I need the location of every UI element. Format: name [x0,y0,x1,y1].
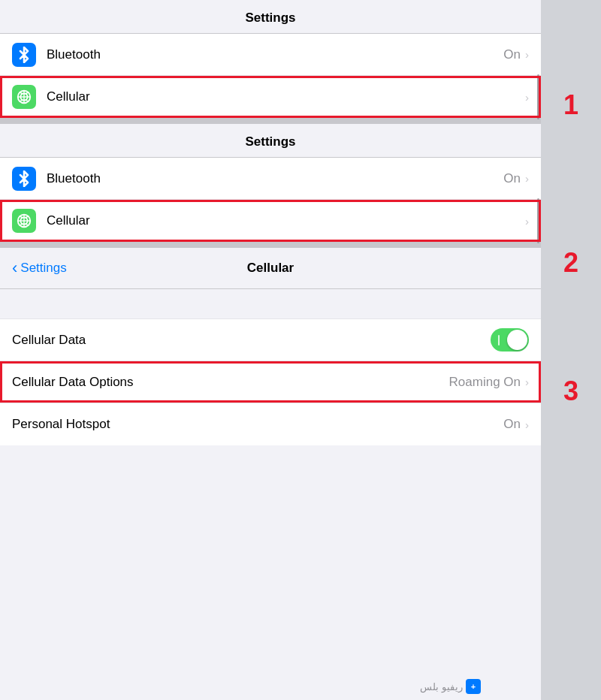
cellular-data-options-chevron: › [525,376,529,388]
cellular-page-title: Cellular [247,261,294,276]
personal-hotspot-chevron: › [525,418,529,431]
cellular-label-2: Cellular [47,213,525,228]
cellular-list: Cellular Data Cellular Data Options Roam… [0,319,541,445]
cellular-label-1: Cellular [47,89,525,104]
back-chevron-icon: ‹ [12,258,17,278]
toggle-knob [507,330,527,350]
settings-list-1: Bluetooth On › Cellular [0,34,541,118]
panel-1: Settings Bluetooth On › [0,0,541,118]
step-number-2: 2 [541,165,601,330]
cellular-data-label: Cellular Data [12,333,491,348]
personal-hotspot-value: On [503,417,521,432]
settings-header-1: Settings [0,0,541,34]
bluetooth-chevron-1: › [525,48,529,61]
panel-2: Settings Bluetooth On › [0,124,541,242]
cellular-row-1[interactable]: Cellular › [0,76,541,118]
back-button[interactable]: ‹ Settings [12,258,67,278]
bluetooth-icon-2 [12,167,36,191]
personal-hotspot-label: Personal Hotspot [12,417,503,432]
step-number-1: 1 [541,0,601,165]
cellular-data-toggle[interactable] [491,328,529,352]
step-number-3: 3 [541,330,601,700]
cellular-data-options-row[interactable]: Cellular Data Options Roaming On › [0,361,541,403]
bluetooth-value-1: On [503,47,521,62]
settings-list-2: Bluetooth On › Cellular [0,158,541,242]
settings-title-1: Settings [245,11,295,25]
separator-1 [0,118,541,124]
separator-2 [0,242,541,248]
side-panel: 1 2 3 [541,0,601,700]
scroll-indicator-2 [537,198,539,243]
bluetooth-row-2[interactable]: Bluetooth On › [0,158,541,200]
bluetooth-chevron-2: › [525,172,529,185]
watermark-plus: + [471,682,476,691]
bluetooth-label-1: Bluetooth [47,47,503,62]
bluetooth-icon-1 [12,43,36,67]
watermark: ريفيو بلس + [420,679,481,694]
settings-header-2: Settings [0,124,541,158]
cellular-icon-1 [12,85,36,109]
watermark-text: ريفيو بلس [420,681,463,692]
scroll-indicator-1 [537,74,539,119]
toggle-line [498,335,500,345]
bluetooth-value-2: On [503,171,521,186]
bluetooth-label-2: Bluetooth [47,171,503,186]
spacer [0,289,541,319]
cellular-chevron-2: › [525,215,529,228]
bluetooth-row-1[interactable]: Bluetooth On › [0,34,541,76]
settings-title-2: Settings [245,134,295,149]
cellular-nav: ‹ Settings Cellular [0,248,541,289]
back-label: Settings [20,261,66,276]
watermark-icon: + [466,679,481,694]
cellular-data-options-label: Cellular Data Options [12,375,449,390]
cellular-icon-2 [12,209,36,233]
panel-3: ‹ Settings Cellular Cellular Data Cellul… [0,248,541,700]
cellular-data-options-value: Roaming On [449,375,521,390]
cellular-data-row[interactable]: Cellular Data [0,319,541,361]
cellular-row-2[interactable]: Cellular › [0,200,541,242]
cellular-chevron-1: › [525,91,529,104]
personal-hotspot-row[interactable]: Personal Hotspot On › [0,403,541,445]
